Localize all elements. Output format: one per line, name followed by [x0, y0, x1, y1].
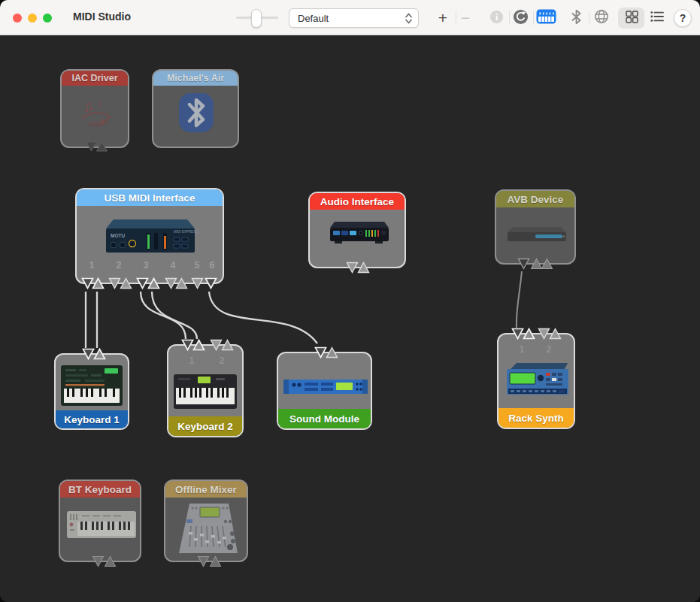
port-in-icon[interactable] — [209, 555, 222, 567]
cable-usb3-to-keyboard2[interactable] — [141, 292, 186, 339]
device-label: Keyboard 2 — [168, 416, 242, 436]
port-in-icon[interactable] — [104, 555, 117, 567]
avb-device-image — [504, 224, 570, 250]
port-out-icon[interactable] — [92, 555, 105, 567]
usb-midi-interface-device-image: MOTUMIDI EXPRESS — [102, 213, 199, 260]
bluetooth-device-image — [177, 92, 215, 137]
port-out-icon[interactable] — [192, 339, 205, 351]
cable-keyboard2-to-usb3[interactable] — [152, 292, 197, 339]
rescan-icon — [513, 9, 529, 27]
toolbar-separator — [533, 11, 534, 25]
keyboard-2-device-image — [172, 371, 238, 416]
titlebar: MIDI Studio Default + − i — [0, 0, 700, 35]
port-in-icon[interactable] — [147, 277, 160, 289]
device-label: BT Keyboard — [60, 481, 140, 498]
device-label: Rack Synth — [498, 408, 574, 428]
toolbar-separator — [589, 11, 589, 25]
svg-text:♪: ♪ — [97, 98, 102, 109]
test-setup-button[interactable] — [535, 0, 556, 35]
device-node-sound-module[interactable]: Sound Module — [277, 352, 372, 430]
zoom-window-button[interactable] — [43, 14, 52, 23]
port-out-icon[interactable] — [549, 328, 562, 340]
port-in-icon[interactable] — [175, 277, 188, 289]
device-node-keyboard-1[interactable]: Keyboard 1 — [54, 353, 129, 430]
device-node-bt-keyboard[interactable]: BT Keyboard — [59, 479, 141, 562]
port-number: 1 — [183, 355, 200, 366]
device-node-rack-synth[interactable]: 1 2 Rack Synth — [497, 333, 575, 429]
port-number: 2 — [541, 344, 557, 355]
help-button[interactable]: ? — [674, 9, 692, 27]
network-config-button[interactable] — [592, 0, 611, 35]
device-label: Michael's Air — [153, 71, 238, 86]
toolbar-separator — [509, 11, 510, 25]
zoom-slider-knob[interactable] — [251, 9, 262, 28]
port-number: 4 — [165, 260, 181, 271]
list-view-button[interactable] — [648, 0, 666, 35]
toolbar-separator — [456, 11, 456, 25]
add-device-button[interactable]: + — [435, 0, 451, 35]
device-node-keyboard-2[interactable]: 1 2 Keyboard 2 — [167, 344, 244, 437]
bluetooth-config-button[interactable] — [568, 0, 584, 35]
device-node-usb-midi-interface[interactable]: USB MIDI Interface MOTUMIDI EXPRESS 1 2 … — [75, 188, 224, 284]
cable-usb6-to-sound-module[interactable] — [209, 292, 317, 343]
device-node-iac-driver[interactable]: IAC Driver ♫♪♪ — [60, 69, 129, 148]
port-out-icon[interactable] — [517, 258, 530, 270]
window-title: MIDI Studio — [73, 11, 131, 23]
port-number: 6 — [204, 260, 220, 271]
cable-avb-to-rack-synth[interactable] — [517, 271, 522, 328]
sound-module-device-image — [282, 374, 369, 401]
list-view-icon — [650, 11, 664, 25]
globe-icon — [594, 9, 609, 26]
minimize-button[interactable] — [28, 14, 37, 23]
port-number: 1 — [514, 344, 530, 355]
port-number: 1 — [83, 260, 100, 271]
configuration-dropdown[interactable]: Default — [289, 8, 419, 28]
device-node-audio-interface[interactable]: Audio Interface — [308, 192, 406, 268]
svg-text:♫: ♫ — [80, 97, 95, 115]
port-out-icon[interactable] — [93, 348, 106, 360]
device-label: Offline Mixer — [165, 481, 247, 498]
port-number: 2 — [111, 260, 127, 271]
port-out-icon[interactable] — [221, 339, 234, 351]
device-node-avb-device[interactable]: AVB Device — [495, 189, 576, 265]
rescan-midi-button[interactable] — [511, 0, 529, 35]
iac-driver-device-image: ♫♪♪ — [72, 89, 119, 138]
device-label: Keyboard 1 — [56, 410, 128, 428]
port-out-icon[interactable] — [191, 277, 204, 289]
midi-studio-window: MIDI Studio Default + − i — [0, 0, 700, 602]
port-in-icon[interactable] — [357, 262, 370, 274]
port-in-icon[interactable] — [120, 277, 132, 289]
info-icon: i — [489, 10, 504, 26]
remove-device-button[interactable]: − — [457, 0, 474, 35]
port-number: 3 — [138, 260, 154, 271]
bluetooth-icon — [571, 9, 582, 27]
offline-mixer-device-image — [173, 501, 242, 561]
device-node-michaels-air[interactable]: Michael's Air — [152, 69, 239, 148]
dropdown-stepper-icon — [405, 12, 413, 25]
port-out-icon[interactable] — [326, 346, 338, 358]
port-out-icon[interactable] — [197, 555, 210, 567]
device-label: USB MIDI Interface — [77, 189, 223, 206]
port-number: 2 — [214, 355, 230, 366]
midi-studio-canvas[interactable]: IAC Driver ♫♪♪ Michael's Air USB MIDI In… — [0, 35, 700, 602]
piano-keyboard-icon — [536, 8, 556, 27]
close-button[interactable] — [13, 14, 22, 23]
audio-interface-device-image — [324, 217, 393, 253]
port-in-icon[interactable] — [92, 277, 105, 289]
svg-text:MIDI EXPRESS: MIDI EXPRESS — [174, 230, 198, 234]
port-out-icon[interactable] — [205, 277, 217, 289]
port-out-icon[interactable] — [523, 328, 535, 340]
device-label: IAC Driver — [62, 71, 128, 86]
grid-view-button[interactable] — [623, 0, 641, 35]
grid-view-icon — [626, 11, 638, 26]
port-in-icon[interactable] — [541, 258, 553, 270]
show-info-button[interactable]: i — [488, 0, 505, 35]
configuration-value: Default — [289, 13, 405, 24]
port-number: 5 — [189, 260, 205, 271]
svg-text:♪: ♪ — [98, 113, 106, 127]
device-label: AVB Device — [496, 191, 574, 207]
device-label: Sound Module — [278, 409, 371, 428]
port-in-icon[interactable] — [95, 141, 108, 153]
device-node-offline-mixer[interactable]: Offline Mixer — [164, 479, 248, 562]
bt-keyboard-device-image — [65, 505, 138, 547]
